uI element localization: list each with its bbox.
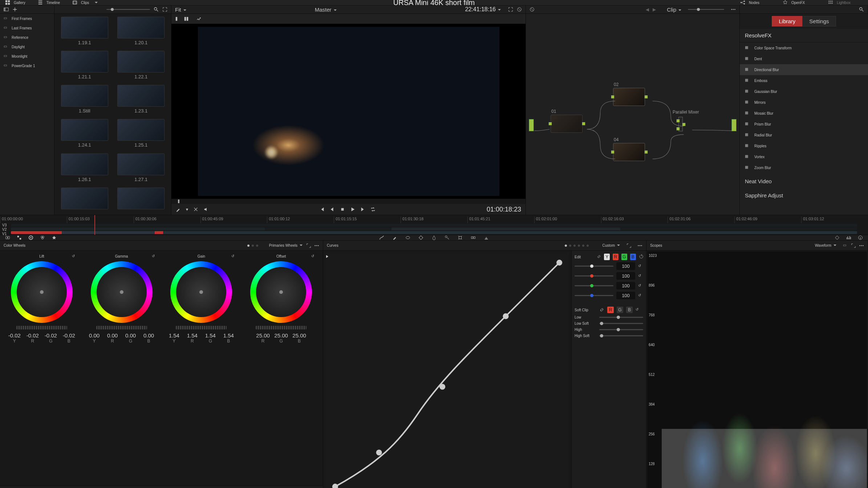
scope-mode-dropdown[interactable]: Waveform: [815, 243, 836, 247]
node-04[interactable]: [613, 143, 645, 161]
still-thumb[interactable]: 1.25.1: [115, 119, 167, 150]
sc-channel-b[interactable]: B: [626, 307, 633, 313]
blur-icon[interactable]: [431, 235, 437, 240]
jog-wheel[interactable]: [256, 326, 307, 329]
wheel-value[interactable]: -0.02: [7, 332, 23, 339]
qualifier-icon[interactable]: [392, 235, 397, 240]
color-wheel[interactable]: [250, 261, 312, 323]
play-icon[interactable]: [350, 207, 355, 212]
curves-palette-icon[interactable]: [379, 235, 384, 240]
album-last-frames[interactable]: ▭Last Frames: [0, 23, 54, 33]
reset-icon[interactable]: ↺: [636, 307, 641, 312]
intensity-g-slider[interactable]: [575, 285, 613, 286]
viewer-bypass-icon[interactable]: [517, 7, 522, 12]
thumb-size-slider[interactable]: [106, 9, 150, 10]
jog-wheel[interactable]: [176, 326, 227, 329]
curve-handle-icon[interactable]: [326, 255, 328, 258]
mini-timeline[interactable]: V3V2V1 01:00:00:0001:00:15:0301:00:30:06…: [0, 215, 868, 235]
viewer-scrubber[interactable]: [171, 199, 526, 204]
node-input[interactable]: [611, 150, 615, 154]
link-icon[interactable]: [597, 254, 601, 259]
still-thumb[interactable]: [59, 188, 110, 212]
still-thumb[interactable]: 1.19.1: [59, 17, 110, 48]
reset-icon[interactable]: ↺: [152, 254, 157, 259]
node-zoom-slider[interactable]: [688, 9, 724, 10]
reset-icon[interactable]: ↺: [638, 264, 643, 269]
curves-mode-dropdown[interactable]: Custom: [603, 243, 620, 247]
fit-dropdown[interactable]: Fit: [175, 7, 186, 13]
reset-icon[interactable]: ↺: [638, 293, 643, 298]
step-back-icon[interactable]: [330, 207, 335, 212]
viewer-expand-icon[interactable]: [508, 7, 513, 12]
node-nav-prev[interactable]: ◂: [646, 5, 649, 13]
keyframes-icon[interactable]: [835, 235, 840, 240]
loop-icon[interactable]: [370, 207, 376, 212]
nodes-toggle[interactable]: Nodes: [740, 0, 759, 5]
gallery-toggle[interactable]: Gallery: [5, 0, 25, 5]
node-input[interactable]: [611, 95, 615, 99]
album-moonlight[interactable]: ▭Moonlight: [0, 52, 54, 61]
scope-layout-icon[interactable]: ▭: [843, 243, 848, 248]
reset-icon[interactable]: ↺: [311, 254, 316, 259]
openfx-toggle[interactable]: OpenFX: [783, 0, 805, 5]
reset-icon[interactable]: ↺: [638, 283, 643, 288]
channel-r[interactable]: R: [613, 254, 618, 260]
intensity-r-slider[interactable]: [575, 275, 613, 276]
low-slider[interactable]: [599, 317, 643, 318]
intensity-y-value[interactable]: 100: [616, 262, 635, 270]
jog-wheel[interactable]: [16, 326, 67, 329]
tracker-icon[interactable]: [418, 235, 423, 240]
master-dropdown[interactable]: Master: [315, 7, 337, 13]
node-input[interactable]: [676, 127, 680, 131]
viewer-canvas[interactable]: [171, 24, 526, 199]
wheel-value[interactable]: 0.00: [141, 332, 157, 339]
node-canvas[interactable]: 01 02 04 Parallel Mixer: [526, 14, 739, 215]
fx-category[interactable]: Sapphire Adjust: [740, 187, 868, 201]
sizing-icon[interactable]: [458, 235, 463, 240]
wheel-value[interactable]: -0.02: [43, 332, 59, 339]
node-output[interactable]: [644, 150, 648, 154]
timeline-toggle[interactable]: Timeline: [38, 0, 60, 5]
prev-clip-icon[interactable]: [320, 207, 325, 212]
timeline-ruler[interactable]: 01:00:00:0001:00:15:0301:00:30:0601:00:4…: [0, 217, 868, 223]
still-thumb[interactable]: 1.27.1: [115, 153, 167, 185]
still-thumb[interactable]: [115, 188, 167, 212]
node-options-icon[interactable]: [731, 7, 736, 12]
window-icon[interactable]: [405, 235, 410, 240]
picker-icon[interactable]: [176, 207, 181, 212]
highsoft-slider[interactable]: [599, 335, 643, 336]
intensity-g-value[interactable]: 100: [616, 282, 635, 290]
node-output[interactable]: [682, 123, 686, 126]
key-icon[interactable]: [445, 235, 450, 240]
wheels-mode-dropdown[interactable]: Primaries Wheels: [269, 243, 303, 247]
still-thumb[interactable]: 1.26.1: [59, 153, 110, 185]
viewer-split-icon[interactable]: [184, 16, 189, 21]
curves-pager-dots[interactable]: [565, 245, 589, 247]
still-thumb[interactable]: 1.23.1: [115, 85, 167, 116]
wheel-value[interactable]: -0.02: [25, 332, 41, 339]
node-output[interactable]: [644, 95, 648, 99]
wheel-value[interactable]: 1.54: [202, 332, 218, 339]
intensity-b-value[interactable]: 100: [616, 292, 635, 299]
fx-item[interactable]: ▦Radial Blur: [740, 130, 868, 140]
rgb-mixer-icon[interactable]: [40, 235, 45, 240]
search-icon[interactable]: [154, 7, 159, 12]
favorite-icon[interactable]: [52, 235, 57, 240]
expand-icon[interactable]: [162, 7, 167, 12]
color-match-icon[interactable]: [17, 235, 22, 240]
clip-dropdown[interactable]: Clip: [667, 7, 681, 13]
fx-item[interactable]: ▦Dent: [740, 53, 868, 64]
fx-item[interactable]: ▦Color Space Transform: [740, 42, 868, 53]
stop-icon[interactable]: [340, 207, 345, 212]
wipe-reset-icon[interactable]: [193, 207, 198, 212]
wheel-value[interactable]: 25.00: [273, 332, 289, 339]
intensity-r-value[interactable]: 100: [616, 272, 635, 280]
stereo-icon[interactable]: [471, 235, 476, 240]
node-source[interactable]: [529, 119, 534, 131]
still-thumb[interactable]: 1.24.1: [59, 119, 110, 150]
still-thumb[interactable]: 1.20.1: [115, 17, 167, 48]
fx-item[interactable]: ▦Zoom Blur: [740, 162, 868, 173]
fx-item[interactable]: ▦Emboss: [740, 75, 868, 86]
still-thumb[interactable]: 1.Still: [59, 85, 110, 116]
fx-item[interactable]: ▦Directional Blur: [740, 64, 868, 75]
